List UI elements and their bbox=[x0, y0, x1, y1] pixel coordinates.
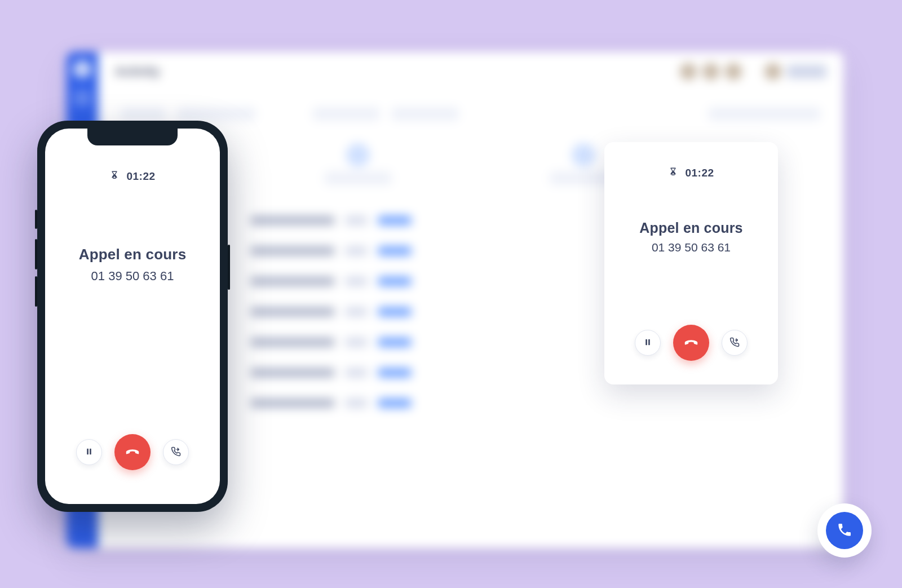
phone-icon bbox=[73, 89, 91, 107]
call-controls bbox=[76, 434, 189, 470]
avatar bbox=[764, 63, 781, 80]
user-name bbox=[787, 65, 826, 78]
call-controls bbox=[635, 325, 748, 361]
dashboard-header: Activity bbox=[98, 52, 843, 91]
call-number: 01 39 50 63 61 bbox=[91, 269, 174, 284]
dial-button[interactable] bbox=[826, 512, 863, 549]
phone-notch bbox=[87, 129, 178, 145]
transfer-button[interactable] bbox=[163, 439, 189, 465]
pause-icon bbox=[643, 337, 653, 349]
transfer-icon bbox=[729, 337, 740, 349]
current-user bbox=[764, 63, 826, 80]
header-avatars bbox=[680, 63, 826, 80]
avatar bbox=[680, 63, 697, 80]
avatar bbox=[725, 63, 742, 80]
phone-mockup: 01:22 Appel en cours 01 39 50 63 61 bbox=[37, 121, 228, 512]
svg-rect-0 bbox=[87, 448, 89, 454]
transfer-icon bbox=[171, 446, 181, 458]
phone-screen: 01:22 Appel en cours 01 39 50 63 61 bbox=[45, 129, 220, 504]
phone-icon bbox=[837, 522, 852, 540]
app-logo: Q bbox=[74, 61, 91, 78]
call-status: Appel en cours bbox=[639, 220, 742, 236]
hangup-icon bbox=[124, 443, 141, 462]
svg-rect-2 bbox=[645, 339, 647, 345]
call-number: 01 39 50 63 61 bbox=[652, 241, 731, 254]
call-duration: 01:22 bbox=[126, 170, 155, 183]
pause-button[interactable] bbox=[76, 439, 102, 465]
hourglass-icon bbox=[109, 170, 120, 183]
transfer-button[interactable] bbox=[722, 330, 748, 356]
call-status: Appel en cours bbox=[79, 246, 187, 263]
hangup-icon bbox=[683, 334, 700, 352]
page-title: Activity bbox=[115, 64, 160, 79]
call-timer: 01:22 bbox=[668, 167, 714, 179]
dial-fab-wrap bbox=[817, 503, 872, 558]
call-popup: 01:22 Appel en cours 01 39 50 63 61 bbox=[604, 142, 778, 384]
pause-icon bbox=[84, 446, 94, 458]
call-timer: 01:22 bbox=[109, 170, 155, 183]
call-duration: 01:22 bbox=[685, 167, 714, 179]
pause-button[interactable] bbox=[635, 330, 661, 356]
svg-rect-3 bbox=[648, 339, 650, 345]
hangup-button[interactable] bbox=[673, 325, 709, 361]
hangup-button[interactable] bbox=[114, 434, 151, 470]
svg-rect-1 bbox=[90, 448, 91, 454]
avatar bbox=[702, 63, 719, 80]
hourglass-icon bbox=[668, 167, 678, 179]
